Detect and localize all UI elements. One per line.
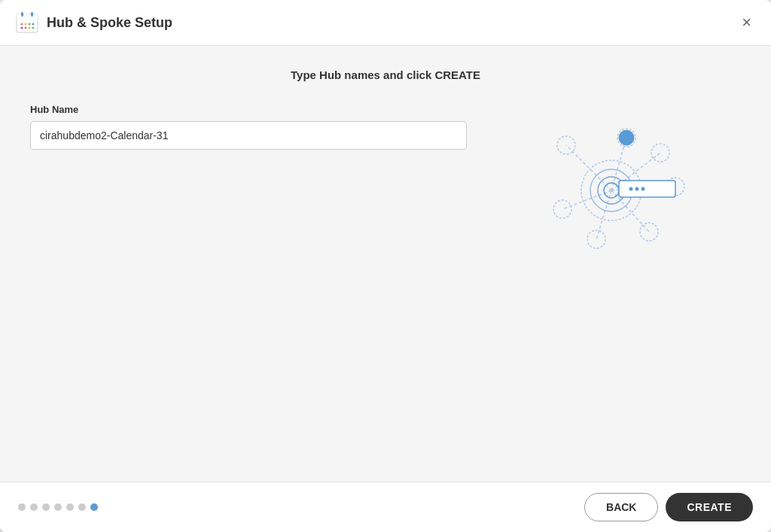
svg-point-11 [32,27,35,29]
header-left: Hub & Spoke Setup [15,11,172,35]
create-button[interactable]: CREATE [666,493,753,521]
svg-line-12 [566,145,611,190]
back-button[interactable]: BACK [584,493,658,521]
dot-1 [18,503,26,511]
hub-spoke-dialog: Hub & Spoke Setup × Type Hub names and c… [0,0,771,532]
svg-point-8 [21,27,23,29]
svg-point-6 [29,23,31,26]
svg-point-4 [21,23,23,26]
dialog-footer: BACK CREATE [0,482,771,532]
dot-7 [90,503,98,511]
svg-rect-30 [619,181,675,197]
pagination-dots [18,503,98,511]
footer-buttons: BACK CREATE [584,493,753,521]
dialog-title: Hub & Spoke Setup [47,15,172,31]
dot-5 [66,503,74,511]
svg-rect-2 [21,12,23,17]
svg-rect-3 [31,12,33,17]
svg-point-10 [29,27,31,29]
form-section: Hub Name [30,104,467,150]
svg-point-34 [619,130,634,145]
svg-point-33 [641,187,645,191]
dot-3 [42,503,50,511]
dot-6 [78,503,86,511]
dialog-body: Type Hub names and click CREATE Hub Name [0,46,771,482]
dot-4 [54,503,62,511]
hub-name-input[interactable] [30,121,467,150]
calendar-icon [15,11,39,35]
svg-point-31 [629,187,633,191]
dot-2 [30,503,38,511]
hub-name-label: Hub Name [30,104,467,115]
dialog-header: Hub & Spoke Setup × [0,0,771,46]
instruction-text: Type Hub names and click CREATE [30,68,741,81]
close-button[interactable]: × [737,13,756,32]
svg-point-9 [25,27,27,29]
svg-point-7 [32,23,35,26]
svg-rect-1 [17,14,38,20]
svg-point-32 [635,187,639,191]
hub-spoke-diagram [529,111,694,262]
diagram-section [482,104,741,262]
svg-point-5 [25,23,27,26]
content-area: Hub Name [30,104,741,262]
